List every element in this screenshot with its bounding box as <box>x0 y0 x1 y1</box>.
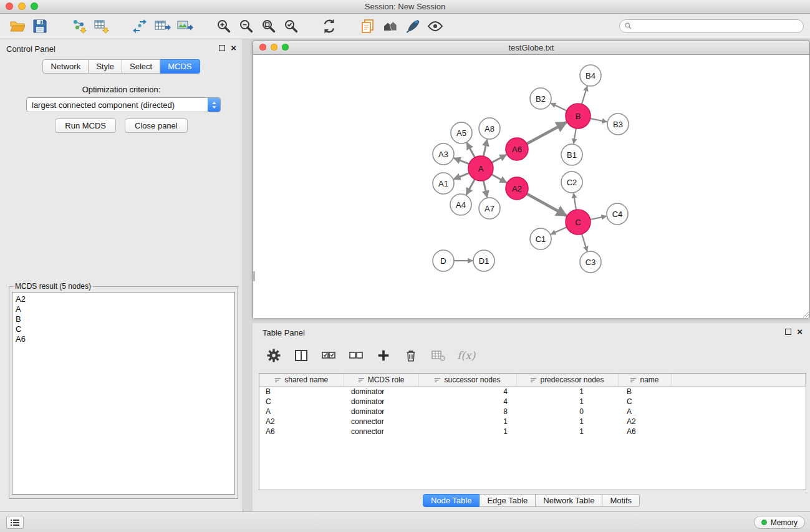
tab-select[interactable]: Select <box>122 59 160 74</box>
network-window-titlebar[interactable]: testGlobe.txt <box>253 41 809 55</box>
home-icon[interactable] <box>379 15 402 37</box>
table-cell[interactable]: C <box>618 397 671 407</box>
graph-edge[interactable] <box>551 227 566 234</box>
table-row[interactable]: Adominator80A <box>259 407 806 417</box>
pages-icon[interactable] <box>357 15 379 37</box>
save-icon[interactable] <box>29 15 51 37</box>
table-row[interactable]: Bdominator41B <box>259 387 806 397</box>
refresh-icon[interactable] <box>318 15 340 37</box>
graph-node[interactable]: B2 <box>530 88 551 109</box>
export-image-icon[interactable] <box>173 15 196 37</box>
network-zoom-button[interactable] <box>282 44 289 51</box>
export-network-icon[interactable] <box>128 15 151 37</box>
graph-edge[interactable] <box>467 143 475 158</box>
graph-node[interactable]: B1 <box>561 144 582 165</box>
resize-grip-icon[interactable] <box>801 310 809 318</box>
graph-node[interactable]: B4 <box>580 65 601 86</box>
graph-edge[interactable] <box>492 175 507 183</box>
tab-network-table[interactable]: Network Table <box>536 494 602 507</box>
graph-edge[interactable] <box>582 86 587 104</box>
graph-node[interactable]: A7 <box>479 198 500 219</box>
result-item[interactable]: A <box>16 304 231 314</box>
table-cell[interactable]: 1 <box>516 417 618 427</box>
table-cell[interactable]: A <box>618 407 671 417</box>
close-panel-icon[interactable]: × <box>231 44 236 51</box>
graph-node[interactable]: C3 <box>580 251 601 273</box>
graph-edge[interactable] <box>591 118 607 122</box>
result-item[interactable]: C <box>16 324 231 334</box>
column-header-shared-name[interactable]: shared name <box>259 374 344 387</box>
delete-table-icon[interactable] <box>430 347 447 364</box>
add-row-icon[interactable] <box>375 347 392 364</box>
table-cell[interactable]: A2 <box>618 417 671 427</box>
graph-node[interactable]: A2 <box>506 177 528 200</box>
table-cell[interactable]: 4 <box>418 387 516 397</box>
tab-network[interactable]: Network <box>42 59 89 74</box>
graph-node[interactable]: C <box>566 210 591 235</box>
search-box[interactable] <box>619 19 804 33</box>
graph-node[interactable]: A8 <box>479 118 500 139</box>
zoom-fit-icon[interactable] <box>257 15 279 37</box>
result-item[interactable]: A6 <box>16 334 231 344</box>
tab-edge-table[interactable]: Edge Table <box>480 494 536 507</box>
graph-node[interactable]: B <box>566 104 591 128</box>
graph-node[interactable]: C1 <box>530 228 551 249</box>
graph-edge[interactable] <box>527 194 567 216</box>
graph-node[interactable]: A1 <box>433 173 454 194</box>
graph-node[interactable]: D <box>433 250 454 271</box>
trash-icon[interactable] <box>402 347 420 364</box>
function-builder-icon[interactable]: f(x) <box>457 349 475 362</box>
table-cell[interactable]: A6 <box>259 427 344 437</box>
table-cell[interactable]: connector <box>344 427 418 437</box>
table-cell[interactable]: B <box>618 387 671 397</box>
table-cell[interactable]: 4 <box>418 397 516 407</box>
column-header-name[interactable]: name <box>618 374 671 387</box>
eye-icon[interactable] <box>424 15 446 37</box>
tab-motifs[interactable]: Motifs <box>602 494 640 507</box>
graph-edge[interactable] <box>591 216 607 220</box>
graph-node[interactable]: C4 <box>607 203 628 225</box>
column-header-predecessor-nodes[interactable]: predecessor nodes <box>516 374 618 387</box>
graph-edge[interactable] <box>574 193 576 210</box>
graph-edge[interactable] <box>574 128 576 144</box>
graph-edge[interactable] <box>492 155 507 163</box>
zoom-out-icon[interactable] <box>234 15 257 37</box>
import-network-icon[interactable] <box>67 15 90 37</box>
table-close-panel-icon[interactable]: × <box>797 328 803 335</box>
result-item[interactable]: B <box>16 314 231 324</box>
graph-node[interactable]: A4 <box>450 194 471 215</box>
graph-node[interactable]: C2 <box>561 172 582 193</box>
table-cell[interactable]: 1 <box>418 427 516 437</box>
table-cell[interactable]: connector <box>344 417 418 427</box>
table-row[interactable]: A6connector11A6 <box>259 427 806 437</box>
zoom-in-icon[interactable] <box>212 15 234 37</box>
graph-node[interactable]: B3 <box>607 114 629 135</box>
network-canvas[interactable]: B4B2BB3A5A8A6A3AB1A1A2C2A4A7C4CC1DD1C3 <box>253 55 809 318</box>
graph-node[interactable]: A5 <box>451 122 472 143</box>
column-header-successor-nodes[interactable]: successor nodes <box>418 374 516 387</box>
table-cell[interactable]: C <box>259 397 344 407</box>
table-cell[interactable]: A2 <box>259 417 344 427</box>
table-cell[interactable]: 1 <box>418 417 516 427</box>
table-cell[interactable]: A6 <box>618 427 671 437</box>
graph-edge[interactable] <box>551 104 567 111</box>
network-minimize-button[interactable] <box>271 44 277 51</box>
export-table-icon[interactable] <box>151 15 173 37</box>
result-item[interactable]: A2 <box>16 294 231 304</box>
unselect-all-icon[interactable] <box>347 347 365 364</box>
graph-edge[interactable] <box>527 122 567 143</box>
tab-style[interactable]: Style <box>89 59 122 74</box>
table-cell[interactable]: 8 <box>418 407 516 417</box>
zoom-selected-icon[interactable] <box>279 15 302 37</box>
table-cell[interactable]: dominator <box>344 407 418 417</box>
table-row[interactable]: A2connector11A2 <box>259 417 806 427</box>
graph-node[interactable]: A <box>468 156 493 181</box>
table-cell[interactable]: dominator <box>344 387 418 397</box>
mcds-result-list[interactable]: A2ABCA6 <box>12 292 235 495</box>
network-graph[interactable]: B4B2BB3A5A8A6A3AB1A1A2C2A4A7C4CC1DD1C3 <box>253 55 809 317</box>
graph-edge[interactable] <box>454 158 470 163</box>
gear-icon[interactable] <box>265 347 282 364</box>
graph-edge[interactable] <box>483 181 487 198</box>
memory-button[interactable]: Memory <box>754 516 805 529</box>
canvas-scroll-nub[interactable] <box>253 271 255 281</box>
